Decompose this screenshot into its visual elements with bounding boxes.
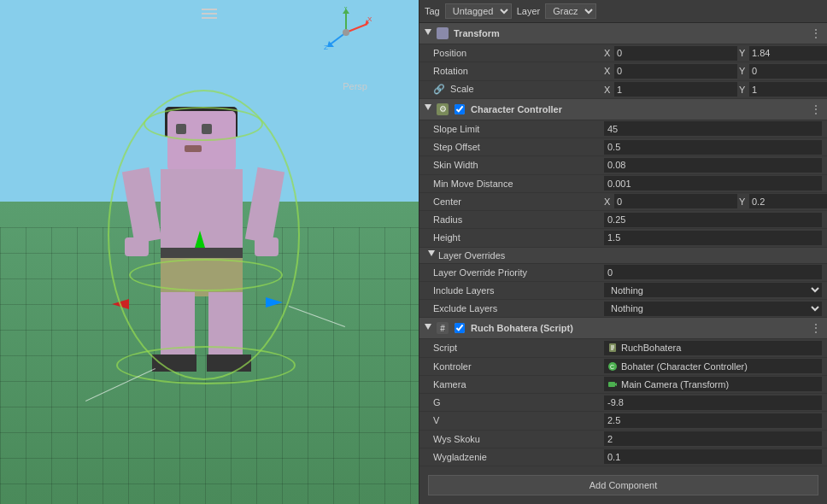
wys-skoku-row: Wys Skoku [419, 431, 827, 448]
wygladzenie-input[interactable] [604, 449, 822, 464]
g-input[interactable] [604, 396, 822, 410]
script-ref-text: RuchBohatera [621, 343, 681, 353]
kamera-ref: Main Camera (Transform) [604, 377, 822, 391]
tag-dropdown[interactable]: Untagged [445, 3, 512, 19]
kontroler-icon: C [607, 361, 618, 372]
center-y-input[interactable] [749, 194, 827, 208]
viewport-gizmo[interactable]: Y X Z [320, 7, 372, 58]
include-layers-dropdown[interactable]: Nothing [604, 283, 822, 297]
scale-y-input[interactable] [749, 82, 827, 97]
layer-label: Layer [517, 6, 541, 16]
wys-skoku-input[interactable] [604, 431, 822, 446]
transform-options-icon[interactable]: ⋮ [810, 26, 822, 40]
scale-label: 🔗 Scale [433, 84, 604, 95]
rotation-label: Rotation [433, 66, 604, 76]
g-row: G [419, 394, 827, 412]
script-label: Script [433, 343, 604, 353]
slope-limit-row: Slope Limit [419, 120, 827, 138]
include-layers-label: Include Layers [433, 285, 604, 296]
script-ref: RuchBohatera [604, 341, 822, 355]
wygladzenie-label: Wygladzenie [433, 452, 604, 462]
rotation-fields: X Y Z [604, 64, 827, 79]
char-arm-left [122, 167, 161, 243]
char-controller-enabled-checkbox[interactable] [455, 104, 465, 114]
layer-override-priority-label: Layer Override Priority [433, 267, 604, 278]
center-row: Center X Y Z [419, 193, 827, 211]
scale-x-input[interactable] [614, 82, 737, 97]
svg-rect-16 [608, 382, 615, 387]
kamera-ref-text: Main Camera (Transform) [621, 379, 729, 390]
add-component-button[interactable]: Add Component [428, 475, 818, 495]
x-axis-label: X [604, 48, 613, 58]
ruch-bohatera-title: Ruch Bohatera (Script) [471, 323, 573, 333]
layer-overrides-header[interactable]: Layer Overrides [419, 248, 827, 264]
position-x-input[interactable] [614, 46, 737, 61]
layer-override-priority-row: Layer Override Priority [419, 264, 827, 282]
hamburger-menu-icon[interactable] [202, 9, 217, 19]
center-label: Center [433, 196, 604, 207]
char-controller-icon: ⚙ [437, 103, 449, 115]
exclude-layers-label: Exclude Layers [433, 303, 604, 314]
transform-component-header[interactable]: Transform ⋮ [419, 23, 827, 44]
position-y-input[interactable] [749, 46, 827, 61]
skin-width-input[interactable] [604, 158, 822, 173]
svg-point-6 [343, 29, 349, 36]
position-x-group: X [604, 46, 737, 61]
wys-skoku-label: Wys Skoku [433, 434, 604, 444]
skin-width-row: Skin Width [419, 156, 827, 174]
rotation-y-input[interactable] [749, 64, 827, 79]
kontroler-ref-text: Bohater (Character Controller) [621, 361, 748, 372]
char-controller-options-icon[interactable]: ⋮ [810, 103, 822, 116]
slope-limit-input[interactable] [604, 121, 822, 136]
center-y-group: Y [739, 194, 827, 208]
position-y-group: Y [739, 46, 827, 61]
char-controller-title: Character Controller [471, 104, 562, 114]
ruch-bohatera-header[interactable]: # Ruch Bohatera (Script) ⋮ [419, 318, 827, 339]
perspective-label: Persp [343, 81, 367, 91]
char-leg-left [161, 292, 195, 359]
svg-marker-17 [615, 383, 617, 386]
step-offset-row: Step Offset [419, 138, 827, 156]
persp-text: Persp [343, 81, 367, 91]
ruch-bohatera-collapse-icon [425, 324, 431, 333]
kontroler-label: Kontroler [433, 361, 604, 372]
kontroler-ref: C Bohater (Character Controller) [604, 359, 822, 373]
height-row: Height [419, 229, 827, 247]
v-label: V [433, 415, 604, 425]
kontroler-row: Kontroler C Bohater (Character Controlle… [419, 358, 827, 376]
ruch-bohatera-options-icon[interactable]: ⋮ [810, 321, 822, 335]
scale-row: 🔗 Scale X Y Z [419, 81, 827, 99]
rotation-x-input[interactable] [614, 64, 737, 79]
char-eye-right [202, 124, 212, 134]
scale-lock-icon[interactable]: 🔗 [433, 84, 445, 94]
wygladzenie-row: Wygladzenie [419, 448, 827, 466]
layer-overrides-collapse-icon [428, 250, 435, 260]
height-input[interactable] [604, 231, 822, 245]
skin-width-label: Skin Width [433, 160, 604, 170]
min-move-dist-input[interactable] [604, 176, 822, 190]
g-label: G [433, 397, 604, 407]
kamera-icon [607, 379, 618, 390]
layer-dropdown[interactable]: Gracz [545, 3, 596, 19]
char-foot-left [152, 355, 196, 372]
transform-arrow-left [112, 299, 129, 309]
v-input[interactable] [604, 413, 822, 428]
layer-overrides-label: Layer Overrides [438, 250, 505, 261]
ruch-bohatera-enabled-checkbox[interactable] [455, 323, 465, 333]
viewport-panel[interactable]: Persp Y X Z [0, 0, 419, 504]
svg-text:C: C [610, 364, 614, 370]
layer-override-priority-input[interactable] [604, 265, 822, 279]
center-x-input[interactable] [614, 194, 737, 208]
radius-input[interactable] [604, 213, 822, 227]
char-controller-header[interactable]: ⚙ Character Controller ⋮ [419, 99, 827, 120]
tag-label: Tag [425, 6, 440, 16]
char-eye-left [176, 124, 186, 134]
rot-y-label: Y [739, 66, 748, 76]
scale-x-label: X [604, 85, 613, 95]
center-x-group: X [604, 194, 737, 208]
step-offset-label: Step Offset [433, 142, 604, 152]
step-offset-input[interactable] [604, 140, 822, 155]
svg-line-2 [346, 24, 367, 32]
script-hash-icon: # [437, 322, 449, 334]
exclude-layers-dropdown[interactable]: Nothing [604, 302, 822, 316]
